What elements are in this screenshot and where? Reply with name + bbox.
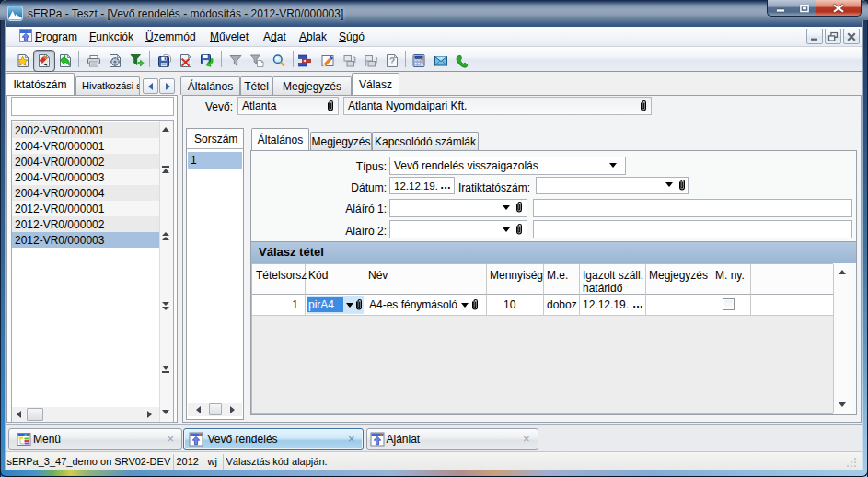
svg-text:?: ? [389,56,395,66]
